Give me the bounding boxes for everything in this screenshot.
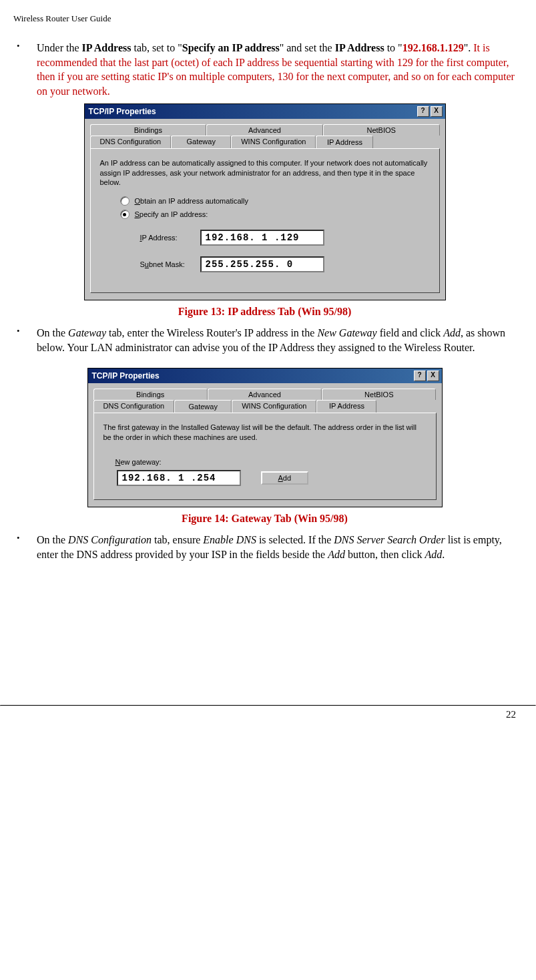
figure-caption-14: Figure 14: Gateway Tab (Win 95/98)	[13, 513, 516, 525]
help-button[interactable]: ?	[414, 371, 426, 381]
tab-gateway[interactable]: Gateway	[174, 400, 232, 413]
subnet-mask-label: Subnet Mask:	[140, 260, 200, 268]
tab-advanced[interactable]: Advanced	[208, 389, 322, 400]
titlebar: TCP/IP Properties ? X	[88, 369, 442, 383]
text: button, then click	[345, 549, 425, 560]
page-header: Wireless Router User Guide	[13, 13, 516, 24]
text: tab, ensure	[152, 534, 203, 545]
close-button[interactable]: X	[431, 106, 443, 117]
text-italic: Add	[328, 549, 345, 560]
radio-obtain-auto[interactable]: Obtain an IP address automatically	[120, 196, 430, 206]
close-button[interactable]: X	[427, 371, 439, 381]
text-italic: DNS Server Search Order	[334, 534, 445, 545]
accel: S	[135, 210, 140, 218]
bullet-content: On the Gateway tab, enter the Wireless R…	[37, 326, 516, 354]
text: " and set the	[280, 42, 335, 53]
dialog-title: TCP/IP Properties	[91, 371, 160, 381]
tab-dns[interactable]: DNS Configuration	[90, 136, 172, 148]
bullet-dot: •	[17, 326, 37, 354]
tcpip-dialog-gateway: TCP/IP Properties ? X Bindings Advanced …	[87, 368, 443, 507]
label: btain an IP address automatically	[140, 197, 248, 205]
panel-description: The first gateway in the Installed Gatew…	[103, 423, 427, 442]
text-italic: New Gateway	[317, 327, 376, 338]
figure-caption-13: Figure 13: IP address Tab (Win 95/98)	[13, 306, 516, 318]
text: ".	[464, 42, 474, 53]
subnet-mask-input[interactable]: 255.255.255. 0	[200, 256, 324, 272]
bullet-ip-address: • Under the IP Address tab, set to "Spec…	[13, 41, 516, 98]
bullet-gateway: • On the Gateway tab, enter the Wireless…	[13, 326, 516, 354]
radio-specify-ip[interactable]: Specify an IP address:	[120, 210, 430, 219]
bullet-dns: • On the DNS Configuration tab, ensure E…	[13, 533, 516, 561]
text: .	[442, 549, 445, 560]
tab-gateway[interactable]: Gateway	[171, 136, 231, 148]
text-italic: Add	[443, 327, 461, 338]
tab-panel: An IP address can be automatically assig…	[90, 148, 440, 293]
text-italic: Gateway	[68, 327, 106, 338]
tab-wins[interactable]: WINS Configuration	[231, 136, 316, 148]
tcpip-dialog-ip: TCP/IP Properties ? X Bindings Advanced …	[84, 103, 446, 300]
text: field and click	[377, 327, 444, 338]
bullet-dot: •	[17, 41, 37, 98]
bullet-dot: •	[17, 533, 37, 561]
text: Under the	[37, 42, 82, 53]
tab-dns[interactable]: DNS Configuration	[93, 400, 175, 413]
text: On the	[37, 327, 68, 338]
text-italic: Add	[425, 549, 443, 560]
tab-netbios[interactable]: NetBIOS	[323, 124, 440, 136]
tab-ipaddress[interactable]: IP Address	[316, 400, 376, 413]
tab-ipaddress[interactable]: IP Address	[316, 136, 373, 148]
dialog-title: TCP/IP Properties	[87, 107, 156, 116]
page-number: 22	[0, 706, 536, 727]
bullet-content: On the DNS Configuration tab, ensure Ena…	[37, 533, 516, 561]
text: is selected. If the	[256, 534, 334, 545]
tab-bindings[interactable]: Bindings	[90, 124, 207, 136]
label: pecify an IP address:	[140, 210, 208, 218]
text: to "	[384, 42, 403, 53]
ip-address-label: IP Address:	[140, 234, 200, 242]
ip-address-input[interactable]: 192.168. 1 .129	[200, 230, 324, 246]
tab-wins[interactable]: WINS Configuration	[232, 400, 316, 413]
text-italic: Enable DNS	[203, 534, 256, 545]
text-bold: Specify an IP address	[182, 42, 280, 53]
new-gateway-input[interactable]: 192.168. 1 .254	[117, 470, 241, 486]
text-bold: IP Address	[82, 42, 131, 53]
help-button[interactable]: ?	[417, 106, 429, 117]
panel-description: An IP address can be automatically assig…	[100, 158, 430, 187]
accel: O	[135, 197, 141, 205]
text: On the	[37, 534, 68, 545]
tab-panel: The first gateway in the Installed Gatew…	[93, 413, 437, 500]
text: tab, enter the Wireless Router's IP addr…	[106, 327, 317, 338]
text-italic: DNS Configuration	[68, 534, 152, 545]
radio-icon	[120, 196, 129, 206]
text-ip-value: 192.168.1.129	[403, 42, 464, 53]
text: tab, set to "	[131, 42, 182, 53]
tab-bindings[interactable]: Bindings	[93, 389, 208, 400]
new-gateway-label: New gateway:	[115, 458, 427, 466]
titlebar: TCP/IP Properties ? X	[85, 104, 445, 119]
radio-icon-selected	[120, 210, 129, 219]
bullet-content: Under the IP Address tab, set to "Specif…	[37, 41, 516, 98]
add-button[interactable]: Add	[261, 471, 309, 485]
text-bold: IP Address	[335, 42, 384, 53]
tab-netbios[interactable]: NetBIOS	[322, 389, 436, 400]
tab-advanced[interactable]: Advanced	[206, 124, 323, 136]
